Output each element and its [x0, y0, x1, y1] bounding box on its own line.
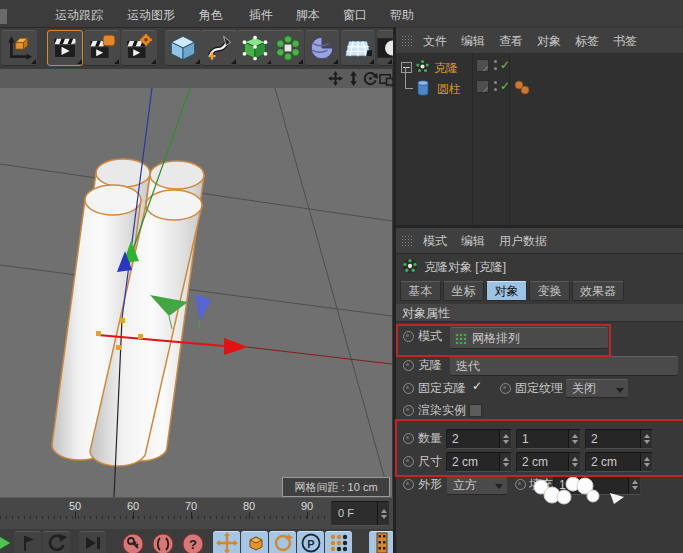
mode-field[interactable]: 网格排列 — [450, 327, 608, 349]
keyframe-position-toggle[interactable] — [213, 531, 240, 553]
motion-clip-button[interactable] — [47, 30, 83, 66]
maximize-icon[interactable] — [379, 71, 394, 86]
object-name-cloner[interactable]: 克隆 — [434, 60, 458, 77]
menu-script[interactable]: 脚本 — [296, 7, 320, 24]
mograph-cloner-button[interactable] — [271, 30, 304, 66]
keyframe-radio[interactable] — [403, 360, 414, 371]
record-parameter-button[interactable]: ? — [179, 531, 206, 553]
render-instance-checkbox[interactable] — [469, 404, 482, 417]
object-row-cloner[interactable]: 克隆 ✓ — [396, 57, 683, 78]
keyframe-radio[interactable] — [500, 383, 511, 394]
menu-character[interactable]: 角色 — [199, 7, 223, 24]
menu-plugins[interactable]: 插件 — [249, 7, 273, 24]
visibility-dots[interactable] — [494, 81, 498, 93]
keyframe-radio[interactable] — [403, 331, 414, 342]
play-button-partial[interactable] — [0, 533, 11, 553]
keyframe-parameter-toggle[interactable]: P — [297, 531, 324, 553]
om-menu-file[interactable]: 文件 — [423, 34, 447, 48]
keyframe-radio[interactable] — [403, 433, 414, 444]
spline-pen-button[interactable] — [201, 30, 237, 66]
pan-icon[interactable] — [328, 71, 343, 86]
add-cube-button[interactable] — [165, 30, 201, 66]
menu-motion-tracking[interactable]: 运动跟踪 — [55, 7, 103, 24]
fix-texture-dropdown[interactable]: 关闭 — [566, 379, 628, 398]
am-menu-edit[interactable]: 编辑 — [461, 234, 485, 248]
rotate-icon[interactable] — [363, 71, 378, 86]
tab-coordinates[interactable]: 坐标 — [443, 281, 484, 301]
am-menu-mode[interactable]: 模式 — [423, 234, 447, 248]
motion-clip-settings-button[interactable] — [121, 30, 157, 66]
autokey-film-button[interactable] — [369, 531, 394, 553]
deformer-button[interactable] — [305, 30, 339, 66]
goto-next-key-button[interactable] — [14, 531, 41, 553]
om-menu-edit[interactable]: 编辑 — [461, 34, 485, 48]
om-menu-objects[interactable]: 对象 — [537, 34, 561, 48]
fix-texture-value: 关闭 — [572, 381, 596, 395]
viewport-scene — [0, 69, 392, 497]
tab-transform[interactable]: 变换 — [529, 281, 570, 301]
size-x-field[interactable]: 2 cm — [446, 452, 512, 472]
panel-grip-icon[interactable] — [401, 35, 413, 46]
fix-clone-checkbox[interactable]: ✓ — [472, 379, 482, 393]
section-object-properties[interactable]: 对象属性 — [396, 304, 683, 322]
count-y-spinner[interactable] — [568, 430, 580, 448]
make-editable-button[interactable] — [237, 30, 273, 66]
visibility-dots[interactable] — [494, 60, 498, 72]
tab-effectors[interactable]: 效果器 — [572, 281, 624, 301]
viewport[interactable]: 网格间距 : 10 cm — [0, 69, 392, 497]
count-x-spinner[interactable] — [499, 430, 511, 448]
timeline-ruler[interactable]: 50 60 70 80 90 0 F — [0, 497, 393, 530]
environment-button-clipped[interactable] — [377, 30, 393, 66]
zoom-icon[interactable] — [346, 71, 361, 86]
size-z-spinner[interactable] — [640, 453, 652, 471]
enabled-check-icon[interactable]: ✓ — [500, 79, 510, 93]
am-menu-userdata[interactable]: 用户数据 — [499, 234, 547, 248]
form-dropdown[interactable]: 立方 — [447, 475, 507, 495]
floor-button[interactable] — [341, 30, 375, 66]
record-position-button[interactable] — [119, 531, 146, 553]
tab-object[interactable]: 对象 — [486, 281, 527, 301]
count-x-value: 2 — [452, 432, 459, 446]
menu-window[interactable]: 窗口 — [343, 7, 367, 24]
x-axis-arrow[interactable] — [224, 338, 248, 355]
mograph-tag-icon[interactable] — [514, 80, 532, 95]
tab-basic[interactable]: 基本 — [400, 281, 441, 301]
keyframe-radio[interactable] — [403, 479, 414, 490]
count-z-spinner[interactable] — [640, 430, 652, 448]
frame-spinner[interactable] — [377, 502, 389, 525]
motion-clip-object-button[interactable] — [84, 30, 120, 66]
size-x-spinner[interactable] — [499, 453, 511, 471]
count-z-field[interactable]: 2 — [585, 429, 653, 449]
menu-help[interactable]: 帮助 — [390, 7, 414, 24]
enabled-check-icon[interactable]: ✓ — [500, 58, 510, 72]
goto-end-button[interactable] — [79, 531, 106, 553]
object-row-cylinder[interactable]: 圆柱 ✓ — [396, 78, 683, 99]
loop-mode-button[interactable] — [43, 531, 70, 553]
size-y-field[interactable]: 2 cm — [516, 452, 581, 472]
record-scale-button[interactable] — [149, 531, 176, 553]
size-z-field[interactable]: 2 cm — [585, 452, 653, 472]
count-x-field[interactable]: 2 — [446, 429, 512, 449]
keyframe-pla-toggle[interactable] — [325, 531, 352, 553]
cloned-cylinders[interactable] — [52, 159, 204, 466]
keyframe-radio[interactable] — [403, 456, 414, 467]
layer-swatch[interactable] — [476, 59, 489, 72]
keyframe-radio[interactable] — [515, 479, 526, 490]
expander-icon[interactable] — [401, 62, 412, 73]
om-menu-bookmarks[interactable]: 书签 — [613, 34, 637, 48]
menu-mograph[interactable]: 运动图形 — [127, 7, 175, 24]
keyframe-rotation-toggle[interactable] — [269, 531, 296, 553]
current-frame-field[interactable]: 0 F — [331, 501, 389, 526]
om-menu-tags[interactable]: 标签 — [575, 34, 599, 48]
keyframe-radio[interactable] — [403, 405, 414, 416]
keyframe-scale-toggle[interactable] — [241, 531, 268, 553]
layer-swatch[interactable] — [476, 80, 489, 93]
panel-grip-icon[interactable] — [401, 235, 413, 246]
coordinates-tool-button[interactable] — [1, 30, 37, 66]
object-name-cylinder[interactable]: 圆柱 — [437, 81, 461, 98]
clones-dropdown[interactable]: 迭代 — [450, 356, 678, 376]
count-y-field[interactable]: 1 — [516, 429, 581, 449]
keyframe-radio[interactable] — [403, 383, 414, 394]
size-y-spinner[interactable] — [568, 453, 580, 471]
om-menu-view[interactable]: 查看 — [499, 34, 523, 48]
